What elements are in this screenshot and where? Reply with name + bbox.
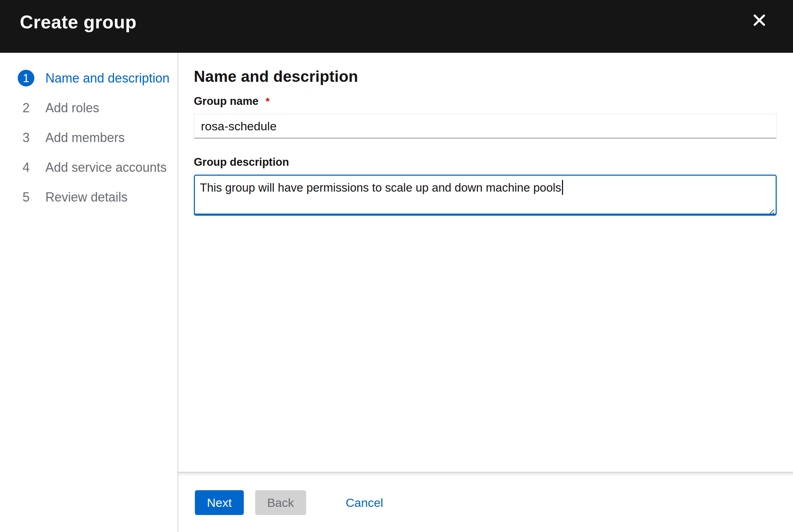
group-name-label-text: Group name: [194, 95, 259, 108]
main-column: Name and description Group name * Group …: [178, 53, 793, 532]
step-label: Name and description: [45, 71, 169, 86]
step-number: 4: [18, 159, 34, 176]
step-label: Add service accounts: [45, 160, 167, 175]
resize-handle-icon[interactable]: [767, 204, 775, 211]
wizard-header: Create group: [0, 0, 793, 53]
create-group-modal: Create group 1 Name and description 2 Ad…: [0, 0, 793, 532]
step-label: Add members: [45, 130, 125, 145]
close-button[interactable]: [748, 9, 770, 31]
wizard-steps-nav: 1 Name and description 2 Add roles 3 Add…: [0, 53, 178, 532]
back-button[interactable]: Back: [255, 490, 306, 515]
cancel-button[interactable]: Cancel: [346, 490, 383, 515]
step-review-details[interactable]: 5 Review details: [18, 189, 170, 205]
step-number: 5: [18, 189, 34, 205]
step-add-roles[interactable]: 2 Add roles: [18, 100, 170, 116]
step-number: 3: [18, 129, 34, 146]
step-label: Review details: [45, 190, 128, 205]
group-description-form-group: Group description This group will have p…: [194, 155, 777, 216]
step-add-members[interactable]: 3 Add members: [18, 129, 170, 146]
group-name-form-group: Group name *: [194, 95, 777, 138]
wizard-body: 1 Name and description 2 Add roles 3 Add…: [0, 53, 793, 532]
step-content: Name and description Group name * Group …: [178, 53, 793, 472]
step-label: Add roles: [45, 101, 99, 115]
group-description-value: This group will have permissions to scal…: [200, 181, 561, 194]
steps-list: 1 Name and description 2 Add roles 3 Add…: [18, 70, 170, 205]
next-button[interactable]: Next: [195, 490, 244, 515]
step-heading: Name and description: [194, 68, 777, 85]
close-icon: [753, 14, 765, 26]
group-name-label: Group name *: [194, 95, 777, 108]
step-add-service-accounts[interactable]: 4 Add service accounts: [18, 159, 170, 176]
wizard-title: Create group: [20, 11, 137, 33]
wizard-footer: Next Back Cancel: [178, 472, 793, 532]
text-caret: [562, 180, 563, 195]
group-description-input[interactable]: This group will have permissions to scal…: [194, 175, 777, 216]
group-description-label: Group description: [194, 155, 777, 169]
group-name-input[interactable]: [194, 114, 777, 138]
step-number: 2: [18, 100, 34, 116]
group-description-label-text: Group description: [194, 155, 289, 169]
step-name-and-description[interactable]: 1 Name and description: [18, 70, 170, 86]
required-indicator: *: [266, 95, 270, 108]
step-number-badge: 1: [18, 70, 34, 86]
